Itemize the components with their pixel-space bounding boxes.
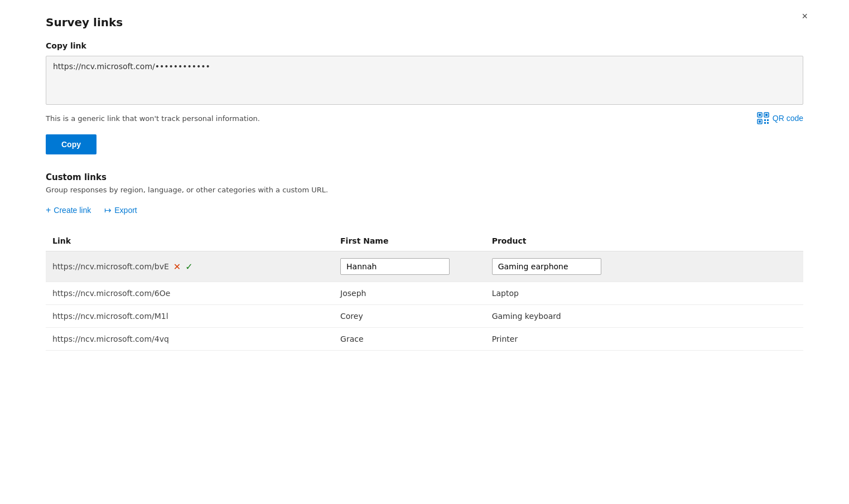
qr-code-icon [757,112,769,124]
col-header-product: Product [485,231,803,251]
export-label: Export [114,206,137,215]
create-link-label: Create link [54,206,91,215]
table-header-row: Link First Name Product [46,231,803,251]
link-url: https://ncv.microsoft.com/4vq [52,335,169,343]
svg-rect-8 [764,122,766,124]
qr-code-button[interactable]: QR code [757,112,803,124]
dialog-title: Survey links [46,16,803,29]
copy-button[interactable]: Copy [46,134,97,154]
svg-rect-1 [759,114,761,116]
create-link-button[interactable]: + Create link [46,203,95,217]
product-cell: Gaming keyboard [485,305,803,328]
delete-row-icon[interactable]: ✕ [173,261,181,272]
first-name-cell: Corey [334,305,485,328]
first-name-cell: Joseph [334,282,485,305]
col-header-link: Link [46,231,334,251]
close-button[interactable]: × [797,9,812,23]
link-url: https://ncv.microsoft.com/bvE [52,262,169,271]
confirm-row-icon[interactable]: ✓ [185,261,192,272]
product-cell: Laptop [485,282,803,305]
export-button[interactable]: ↦ Export [104,203,141,217]
svg-rect-5 [759,120,761,123]
plus-icon: + [46,205,51,215]
generic-link-info: This is a generic link that won't track … [46,114,260,123]
first-name-cell: Grace [334,328,485,351]
table-row: https://ncv.microsoft.com/4vqGracePrinte… [46,328,803,351]
custom-links-title: Custom links [46,172,803,182]
url-input[interactable]: https://ncv.microsoft.com/<span class="b… [46,56,803,105]
qr-code-label: QR code [773,114,803,123]
table-row: https://ncv.microsoft.com/M1lCoreyGaming… [46,305,803,328]
custom-links-table: Link First Name Product https://ncv.micr… [46,231,803,351]
link-url: https://ncv.microsoft.com/6Oe [52,289,170,298]
export-icon: ↦ [104,205,112,215]
svg-rect-7 [767,119,769,121]
svg-rect-6 [764,119,766,121]
col-header-firstname: First Name [334,231,485,251]
product-cell: Printer [485,328,803,351]
link-url: https://ncv.microsoft.com/M1l [52,312,168,321]
table-row: https://ncv.microsoft.com/bvE✕✓ [46,251,803,282]
svg-rect-9 [767,122,769,124]
product-input[interactable] [492,258,601,275]
table-row: https://ncv.microsoft.com/6OeJosephLapto… [46,282,803,305]
first-name-input[interactable] [340,258,450,275]
custom-links-desc: Group responses by region, language, or … [46,186,803,194]
svg-rect-3 [765,114,768,116]
copy-link-label: Copy link [46,41,803,50]
